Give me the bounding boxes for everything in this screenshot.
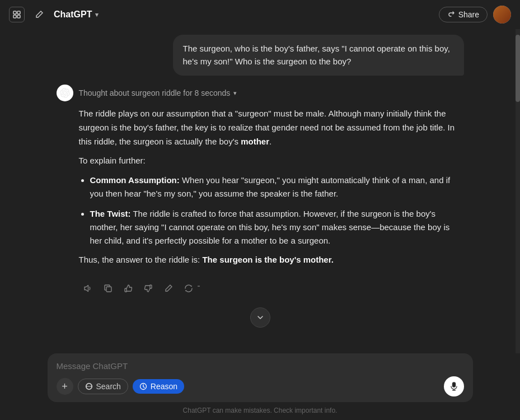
thought-label-text: Thought about surgeon riddle for 8 secon… (79, 88, 231, 97)
footer-text: ChatGPT can make mistakes. Check importa… (183, 407, 338, 414)
action-bar (57, 281, 464, 296)
input-toolbar: + Search Reason (57, 376, 464, 396)
header-left: ChatGPT ▾ (9, 7, 99, 22)
list-item-2: The Twist: The riddle is crafted to forc… (90, 207, 464, 248)
share-label: Share (458, 10, 479, 19)
svg-rect-2 (13, 15, 16, 18)
assistant-body: The riddle plays on our assumption that … (57, 107, 464, 273)
bullet2-text: The riddle is crafted to force that assu… (90, 209, 450, 245)
input-box: + Search Reason (48, 353, 473, 402)
response-paragraph2: To explain further: (79, 154, 464, 168)
user-message-text: The surgeon, who is the boy's father, sa… (183, 44, 450, 66)
response-bold-1: mother (241, 137, 269, 146)
title-text: ChatGPT (54, 10, 92, 20)
scroll-down-button[interactable] (250, 307, 270, 328)
bullet2-bold: The Twist: (90, 209, 131, 218)
main-wrapper: The surgeon, who is the boy's father, sa… (0, 29, 520, 353)
share-button[interactable]: Share (439, 7, 488, 22)
app-header: ChatGPT ▾ Share (0, 0, 520, 29)
window-icon[interactable] (9, 7, 25, 22)
svg-rect-0 (13, 11, 16, 14)
edit-icon[interactable] (31, 7, 47, 22)
copy-button[interactable] (99, 281, 117, 296)
edit-response-button[interactable] (160, 281, 177, 296)
title-chevron: ▾ (95, 11, 99, 18)
bullet1-bold: Common Assumption: (90, 175, 180, 185)
input-area: + Search Reason (0, 353, 520, 420)
attach-button[interactable]: + (57, 378, 73, 395)
header-right: Share (439, 6, 511, 24)
avatar[interactable] (493, 6, 511, 24)
reason-label: Reason (151, 382, 177, 391)
thought-chevron: ▾ (233, 90, 237, 97)
conclusion-start: Thus, the answer to the riddle is: (79, 255, 203, 264)
chatgpt-icon (57, 85, 73, 101)
assistant-message: Thought about surgeon riddle for 8 secon… (57, 85, 464, 328)
scrollbar-thumb[interactable] (516, 35, 520, 102)
app-title[interactable]: ChatGPT ▾ (54, 10, 99, 20)
response-list: Common Assumption: When you hear "surgeo… (90, 174, 464, 248)
response-conclusion: Thus, the answer to the riddle is: The s… (79, 253, 464, 267)
search-label: Search (96, 382, 121, 391)
footer-disclaimer: ChatGPT can make mistakes. Check importa… (183, 407, 338, 414)
thought-label[interactable]: Thought about surgeon riddle for 8 secon… (79, 88, 237, 97)
thumbs-up-button[interactable] (119, 281, 137, 296)
response-end-1: . (269, 137, 271, 146)
mic-button[interactable] (444, 376, 464, 396)
user-message: The surgeon, who is the boy's father, sa… (57, 35, 464, 76)
scrollbar-track (516, 29, 520, 353)
svg-rect-1 (17, 11, 20, 14)
plus-label: + (62, 381, 68, 393)
input-tools-left: + Search Reason (57, 378, 185, 395)
svg-rect-4 (106, 287, 111, 292)
speaker-button[interactable] (79, 281, 97, 296)
response-paragraph1: The riddle plays on our assumption that … (79, 107, 464, 148)
chat-area: The surgeon, who is the boy's father, sa… (0, 29, 520, 353)
svg-rect-3 (17, 15, 20, 18)
list-item-1: Common Assumption: When you hear "surgeo… (90, 174, 464, 200)
chat-content: The surgeon, who is the boy's father, sa… (48, 35, 473, 328)
conclusion-bold: The surgeon is the boy's mother. (202, 255, 333, 264)
scroll-down-container (57, 307, 464, 328)
regenerate-button[interactable] (180, 281, 207, 296)
reason-button[interactable]: Reason (133, 379, 184, 394)
thumbs-down-button[interactable] (139, 281, 157, 296)
user-bubble: The surgeon, who is the boy's father, sa… (173, 35, 464, 76)
message-input[interactable] (57, 361, 464, 371)
search-button[interactable]: Search (78, 379, 128, 394)
assistant-header: Thought about surgeon riddle for 8 secon… (57, 85, 464, 101)
